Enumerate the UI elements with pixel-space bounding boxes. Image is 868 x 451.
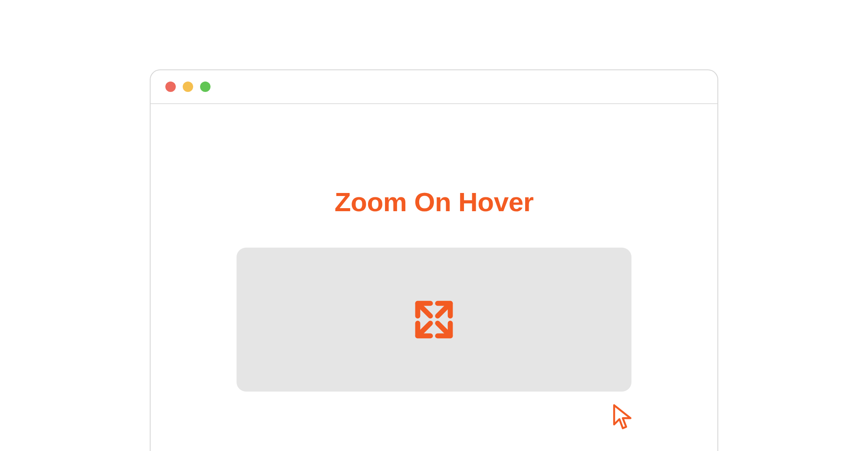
- content-area: Zoom On Hover: [151, 104, 717, 451]
- page-heading: Zoom On Hover: [335, 186, 534, 217]
- hover-zoom-box[interactable]: [237, 248, 631, 392]
- expand-icon: [412, 298, 456, 341]
- browser-window: Zoom On Hover: [150, 69, 718, 451]
- cursor-icon: [611, 403, 635, 430]
- title-bar: [151, 70, 717, 104]
- cursor-indicator: [611, 403, 635, 432]
- maximize-button[interactable]: [200, 82, 210, 92]
- close-button[interactable]: [165, 82, 176, 92]
- minimize-button[interactable]: [183, 82, 193, 92]
